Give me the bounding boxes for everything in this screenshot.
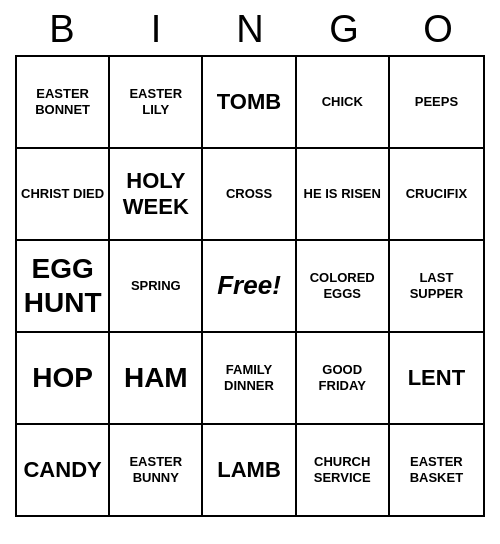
cell-r4-c5: LENT [390, 333, 483, 423]
cell-r4-c4: GOOD FRIDAY [297, 333, 390, 423]
bingo-grid: EASTER BONNET EASTER LILY TOMB CHICK PEE… [15, 55, 485, 517]
letter-n: N [210, 8, 290, 51]
cell-r1-c4: CHICK [297, 57, 390, 147]
cell-r3-c1: EGG HUNT [17, 241, 110, 331]
bingo-row: CANDY EASTER BUNNY LAMB CHURCH SERVICE E… [17, 425, 483, 515]
cell-r3-c4: COLORED EGGS [297, 241, 390, 331]
cell-r4-c3: FAMILY DINNER [203, 333, 296, 423]
cell-r2-c3: CROSS [203, 149, 296, 239]
cell-r5-c4: CHURCH SERVICE [297, 425, 390, 515]
bingo-row: EGG HUNT SPRING Free! COLORED EGGS LAST … [17, 241, 483, 333]
bingo-header: B I N G O [15, 0, 485, 55]
letter-i: I [116, 8, 196, 51]
letter-b: B [22, 8, 102, 51]
cell-r1-c5: PEEPS [390, 57, 483, 147]
cell-r4-c2: HAM [110, 333, 203, 423]
letter-o: O [398, 8, 478, 51]
cell-r2-c5: CRUCIFIX [390, 149, 483, 239]
cell-r3-c3-free: Free! [203, 241, 296, 331]
cell-r5-c2: EASTER BUNNY [110, 425, 203, 515]
cell-r5-c1: CANDY [17, 425, 110, 515]
cell-r2-c2: HOLY WEEK [110, 149, 203, 239]
cell-r1-c1: EASTER BONNET [17, 57, 110, 147]
bingo-row: CHRIST DIED HOLY WEEK CROSS HE IS RISEN … [17, 149, 483, 241]
bingo-row: HOP HAM FAMILY DINNER GOOD FRIDAY LENT [17, 333, 483, 425]
letter-g: G [304, 8, 384, 51]
cell-r3-c5: LAST SUPPER [390, 241, 483, 331]
bingo-row: EASTER BONNET EASTER LILY TOMB CHICK PEE… [17, 57, 483, 149]
cell-r5-c5: EASTER BASKET [390, 425, 483, 515]
cell-r5-c3: LAMB [203, 425, 296, 515]
cell-r2-c4: HE IS RISEN [297, 149, 390, 239]
cell-r4-c1: HOP [17, 333, 110, 423]
cell-r2-c1: CHRIST DIED [17, 149, 110, 239]
cell-r1-c3: TOMB [203, 57, 296, 147]
cell-r3-c2: SPRING [110, 241, 203, 331]
cell-r1-c2: EASTER LILY [110, 57, 203, 147]
